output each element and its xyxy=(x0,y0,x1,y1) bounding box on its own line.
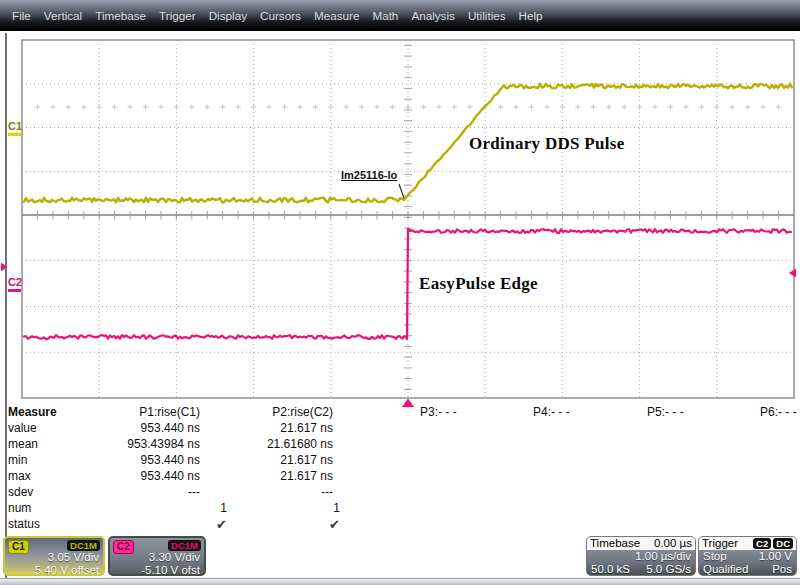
c1-channel-marker[interactable]: C1 xyxy=(8,120,22,132)
p2-value: 21.617 ns xyxy=(200,421,333,435)
measure-param-p2[interactable]: P2:rise(C2) xyxy=(200,405,333,419)
c1-coupling-badge: DC1M xyxy=(67,540,100,551)
p2-mean: 21.61680 ns xyxy=(200,437,333,451)
p1-num: 1 xyxy=(20,501,227,515)
measure-param-p3[interactable]: P3:- - - xyxy=(420,405,457,419)
trigger-dialog[interactable]: Trigger C2DC Stop 1.00 V Qualified Pos xyxy=(698,536,797,576)
measure-param-p6[interactable]: P6:- - - xyxy=(760,405,797,419)
measure-row-mean: mean 953.43984 ns 21.61680 ns xyxy=(0,437,800,453)
c1-trace-annotation: Ordinary DDS Pulse xyxy=(469,134,625,154)
c1-channel-dialog[interactable]: C1 DC1M 3.05 V/div 5.40 V offset xyxy=(3,536,105,576)
timebase-position: 0.00 µs xyxy=(654,537,692,550)
measure-param-p5[interactable]: P5:- - - xyxy=(647,405,684,419)
p1-value: 953.440 ns xyxy=(20,421,200,435)
p2-status-check-icon: ✔ xyxy=(200,517,340,532)
c1-chip: C1 xyxy=(8,540,29,554)
c1-zero-level-bar xyxy=(8,133,21,136)
c1-offset: 5.40 V offset xyxy=(5,564,103,576)
p1-status-check-icon: ✔ xyxy=(20,517,227,532)
timebase-title: Timebase xyxy=(590,537,640,550)
timebase-sample-rate: 5.0 GS/s xyxy=(646,563,691,576)
p2-min: 21.617 ns xyxy=(200,453,333,467)
p1-min: 953.440 ns xyxy=(20,453,200,467)
measure-param-p4[interactable]: P4:- - - xyxy=(533,405,570,419)
trigger-type: Qualified xyxy=(703,563,748,576)
trigger-title: Trigger xyxy=(702,537,738,550)
c2-chip: C2 xyxy=(113,540,134,554)
p2-num: 1 xyxy=(200,501,340,515)
measure-header-row: Measure P1:rise(C1) P2:rise(C2) P3:- - -… xyxy=(0,405,800,421)
c2-offset: -5.10 V ofst xyxy=(110,564,204,576)
c2-trace-annotation: EasyPulse Edge xyxy=(419,274,538,294)
window-bottom-strip xyxy=(0,578,800,585)
measure-row-max: max 953.440 ns 21.617 ns xyxy=(0,469,800,485)
trigger-source-badge: C2 xyxy=(753,538,771,549)
edge-annotation-label: lm25116-lo xyxy=(341,169,397,181)
measure-row-num: num 1 1 xyxy=(0,501,800,517)
timebase-dialog[interactable]: Timebase 0.00 µs 1.00 µs/div 50.0 kS 5.0… xyxy=(586,536,696,576)
measure-row-sdev: sdev --- --- xyxy=(0,485,800,501)
p2-sdev: --- xyxy=(200,485,333,499)
trigger-slope: Pos xyxy=(772,563,792,576)
trigger-coupling-badge: DC xyxy=(773,538,793,549)
measure-param-p1[interactable]: P1:rise(C1) xyxy=(20,405,200,419)
c2-coupling-badge: DC1M xyxy=(168,540,201,551)
measure-row-value: value 953.440 ns 21.617 ns xyxy=(0,421,800,437)
timebase-samples: 50.0 kS xyxy=(591,563,630,576)
trigger-level: 1.00 V xyxy=(759,550,792,563)
measure-row-min: min 953.440 ns 21.617 ns xyxy=(0,453,800,469)
c2-channel-marker[interactable]: C2 xyxy=(8,276,22,288)
measure-row-status: status ✔ ✔ xyxy=(0,517,800,533)
trigger-mode: Stop xyxy=(703,550,727,563)
trigger-level-marker-left xyxy=(1,263,7,272)
p2-max: 21.617 ns xyxy=(200,469,333,483)
p1-mean: 953.43984 ns xyxy=(20,437,200,451)
p1-sdev: --- xyxy=(20,485,200,499)
p1-max: 953.440 ns xyxy=(20,469,200,483)
c2-zero-level-bar xyxy=(8,289,21,292)
timebase-scale: 1.00 µs/div xyxy=(587,550,695,563)
c2-channel-dialog[interactable]: C2 DC1M 3.30 V/div -5.10 V ofst xyxy=(108,536,206,576)
